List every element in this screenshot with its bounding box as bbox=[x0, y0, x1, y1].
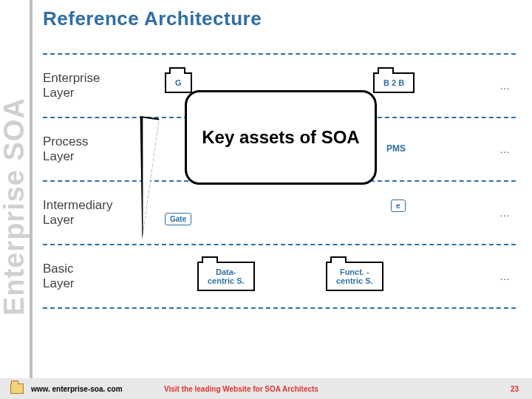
page-title: Reference Architecture bbox=[43, 7, 262, 30]
ellipsis: … bbox=[499, 270, 510, 282]
folder: G bbox=[165, 72, 192, 93]
folder-label: G bbox=[165, 72, 192, 93]
folder-label: Data- centric S. bbox=[197, 262, 255, 291]
slide: Reference Architecture Enterprise SOA En… bbox=[0, 0, 532, 399]
ellipsis: … bbox=[499, 207, 510, 219]
footer: www. enterprise-soa. com Visit the leadi… bbox=[0, 378, 532, 399]
folder-label: B 2 B bbox=[373, 72, 415, 93]
folder-funct-centric: Funct. - centric S. bbox=[326, 262, 383, 291]
row-basic: Basic Layer Data- centric S. Funct. - ce… bbox=[43, 245, 516, 307]
footer-url: www. enterprise-soa. com bbox=[31, 385, 164, 393]
footer-cta: Visit the leading Website for SOA Archit… bbox=[164, 385, 511, 393]
page-number: 23 bbox=[511, 385, 532, 393]
callout-bubble: Key assets of SOA bbox=[185, 90, 377, 185]
ellipsis: … bbox=[499, 80, 510, 92]
pms-label: PMS bbox=[386, 143, 406, 154]
row-label: Enterprise Layer bbox=[43, 71, 157, 100]
row-intermediary: Intermediary Layer Gate e … bbox=[43, 182, 516, 244]
folder-label: Funct. - centric S. bbox=[326, 262, 383, 291]
row-label: Basic Layer bbox=[43, 262, 157, 290]
ellipsis: … bbox=[499, 143, 510, 155]
folder-icon bbox=[10, 383, 24, 394]
side-title: Enterprise SOA bbox=[0, 59, 31, 355]
divider bbox=[43, 307, 516, 309]
badge-right: e bbox=[391, 200, 406, 212]
folder-b2b: B 2 B bbox=[373, 72, 415, 93]
badge-gate: Gate bbox=[165, 213, 191, 225]
folder-data-centric: Data- centric S. bbox=[197, 262, 255, 291]
callout-text: Key assets of SOA bbox=[202, 127, 359, 148]
